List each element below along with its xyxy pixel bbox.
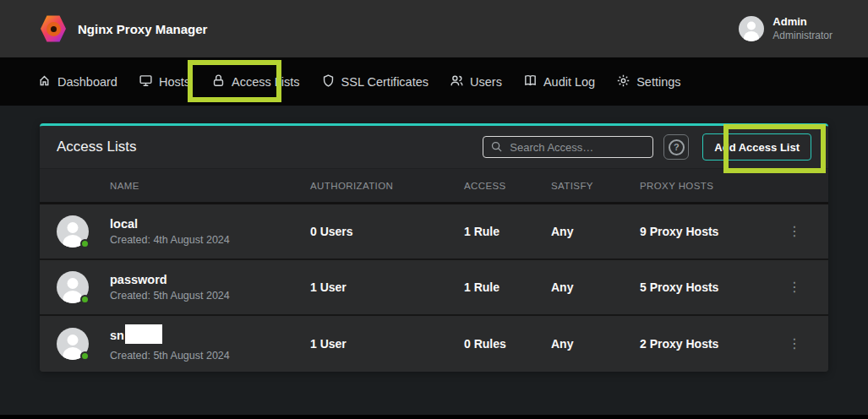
- search-icon: [490, 140, 503, 156]
- nav-item-ssl-certificates[interactable]: SSL Certificates: [321, 73, 429, 90]
- kebab-menu-icon[interactable]: ⋮: [778, 337, 811, 351]
- user-avatar: [739, 16, 764, 41]
- user-name: Admin: [772, 15, 833, 29]
- help-icon: ?: [669, 139, 685, 155]
- cell-access: 0 Rules: [464, 337, 551, 351]
- row-avatar: [57, 271, 89, 303]
- column-header-authorization: AUTHORIZATION: [310, 181, 464, 191]
- users-icon: [450, 73, 464, 90]
- column-header-access: ACCESS: [464, 181, 551, 191]
- help-button[interactable]: ?: [663, 134, 689, 160]
- cell-satisfy: Any: [551, 337, 640, 351]
- nav-label: Users: [470, 75, 502, 89]
- cell-access: 1 Rule: [464, 280, 551, 294]
- app-header: Nginx Proxy Manager Admin Administrator: [0, 0, 868, 57]
- nav-label: Settings: [636, 75, 680, 89]
- column-header-satisfy: SATISFY: [551, 181, 640, 191]
- nav-item-users[interactable]: Users: [450, 73, 502, 90]
- cell-satisfy: Any: [551, 225, 640, 238]
- home-icon: [37, 73, 52, 90]
- access-list-name: sn: [110, 327, 310, 346]
- redaction-box: [125, 324, 162, 344]
- nav-item-audit-log[interactable]: Audit Log: [523, 73, 595, 90]
- status-online-dot: [80, 295, 90, 304]
- nav-item-dashboard[interactable]: Dashboard: [37, 73, 117, 90]
- user-role: Administrator: [772, 30, 833, 42]
- access-list-name: password: [110, 273, 310, 286]
- add-access-list-button[interactable]: Add Access List: [702, 133, 811, 161]
- table-header: NAME AUTHORIZATION ACCESS SATISFY PROXY …: [40, 169, 828, 204]
- monitor-icon: [139, 73, 153, 90]
- nav-item-hosts[interactable]: Hosts: [139, 73, 190, 90]
- access-list-created: Created: 5th August 2024: [110, 350, 310, 362]
- kebab-menu-icon[interactable]: ⋮: [778, 280, 811, 294]
- cell-satisfy: Any: [551, 280, 640, 294]
- shield-icon: [321, 73, 336, 90]
- logo-ring: [46, 22, 61, 36]
- cell-authorization: 0 Users: [310, 225, 464, 238]
- search-input[interactable]: [483, 136, 653, 158]
- nav-label: SSL Certificates: [341, 75, 429, 89]
- nav-item-settings[interactable]: Settings: [616, 73, 680, 90]
- row-avatar: [57, 215, 89, 248]
- app-title: Nginx Proxy Manager: [78, 22, 207, 36]
- status-online-dot: [80, 239, 90, 248]
- book-icon: [523, 73, 538, 90]
- cell-proxy-hosts: 9 Proxy Hosts: [640, 225, 778, 238]
- gear-icon: [616, 73, 631, 90]
- user-menu[interactable]: Admin Administrator: [739, 15, 833, 41]
- kebab-menu-icon[interactable]: ⋮: [778, 225, 811, 238]
- column-header-proxy-hosts: PROXY HOSTS: [640, 181, 778, 191]
- nav-item-access-lists[interactable]: Access Lists: [211, 73, 300, 90]
- status-online-dot: [80, 351, 90, 361]
- table-row[interactable]: local Created: 4th August 2024 0 Users 1…: [40, 204, 828, 260]
- nav-label: Dashboard: [57, 75, 117, 89]
- main-nav: Dashboard Hosts Access Lists SSL Certifi…: [0, 57, 868, 106]
- page-title: Access Lists: [57, 139, 136, 155]
- bottom-strip: [0, 415, 868, 419]
- column-header-name: NAME: [110, 181, 310, 191]
- cell-proxy-hosts: 2 Proxy Hosts: [640, 337, 778, 351]
- cell-access: 1 Rule: [464, 225, 551, 238]
- table-row[interactable]: sn Created: 5th August 2024 1 User 0 Rul…: [40, 316, 828, 372]
- nav-label: Audit Log: [543, 75, 595, 89]
- cell-proxy-hosts: 5 Proxy Hosts: [640, 280, 778, 294]
- access-list-created: Created: 4th August 2024: [110, 234, 310, 246]
- lock-icon: [211, 73, 226, 90]
- access-list-name: local: [110, 217, 310, 231]
- access-lists-panel: Access Lists ? Add Access List NAME AUTH…: [40, 123, 828, 372]
- cell-authorization: 1 User: [310, 280, 464, 294]
- access-list-created: Created: 5th August 2024: [110, 290, 310, 302]
- nav-label: Access Lists: [232, 75, 300, 89]
- person-icon: [739, 16, 764, 41]
- app-logo: [41, 15, 66, 43]
- table-row[interactable]: password Created: 5th August 2024 1 User…: [40, 260, 828, 316]
- row-avatar: [57, 328, 89, 360]
- nav-label: Hosts: [159, 75, 190, 89]
- cell-authorization: 1 User: [310, 337, 464, 351]
